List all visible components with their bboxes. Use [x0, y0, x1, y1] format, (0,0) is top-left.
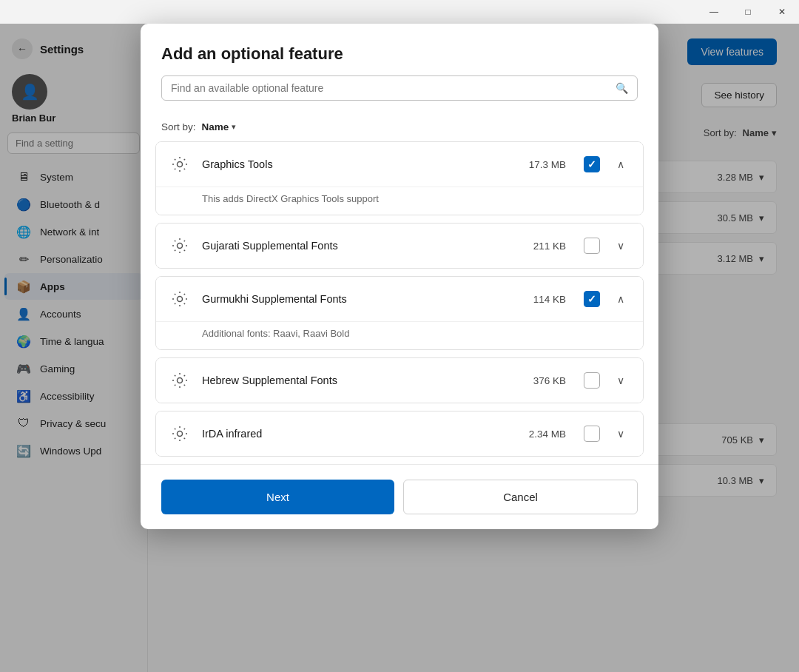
feature-description: This adds DirectX Graphics Tools support — [156, 187, 643, 215]
svg-point-3 — [178, 378, 183, 383]
modal-header: Add an optional feature 🔍 — [141, 24, 658, 112]
feature-name: Graphics Tools — [202, 158, 519, 170]
feature-name: IrDA infrared — [202, 428, 519, 440]
cancel-button[interactable]: Cancel — [403, 480, 638, 514]
add-optional-feature-modal: Add an optional feature 🔍 Sort by: Name … — [141, 24, 658, 529]
sort-label: Sort by: — [161, 121, 196, 132]
feature-row: Gujarati Supplemental Fonts 211 KB ∨ — [156, 224, 643, 268]
feature-expand-button[interactable]: ∨ — [610, 235, 631, 256]
feature-checkbox-gujarati-fonts[interactable] — [584, 238, 600, 254]
search-box: 🔍 — [161, 75, 638, 101]
close-button[interactable]: ✕ — [765, 0, 799, 24]
feature-item-irda: IrDA infrared 2.34 MB ∨ — [155, 411, 644, 457]
feature-icon — [168, 422, 192, 446]
feature-checkbox-graphics-tools[interactable] — [584, 156, 600, 172]
feature-list: Graphics Tools 17.3 MB ∧ This adds Direc… — [141, 141, 658, 464]
feature-icon — [168, 369, 192, 392]
feature-search-input[interactable] — [171, 82, 610, 94]
sort-chevron-icon[interactable]: ▾ — [232, 122, 236, 132]
feature-item-graphics-tools: Graphics Tools 17.3 MB ∧ This adds Direc… — [155, 141, 644, 215]
sort-row: Sort by: Name ▾ — [141, 112, 658, 141]
feature-size: 2.34 MB — [529, 429, 566, 440]
feature-expand-button[interactable]: ∧ — [610, 154, 631, 175]
feature-item-gujarati-fonts: Gujarati Supplemental Fonts 211 KB ∨ — [155, 223, 644, 269]
feature-row: Gurmukhi Supplemental Fonts 114 KB ∧ — [156, 277, 643, 321]
feature-row: Hebrew Supplemental Fonts 376 KB ∨ — [156, 358, 643, 403]
feature-expand-button[interactable]: ∨ — [610, 423, 631, 444]
feature-item-hebrew-fonts: Hebrew Supplemental Fonts 376 KB ∨ — [155, 357, 644, 403]
feature-size: 211 KB — [533, 241, 566, 252]
feature-size: 376 KB — [533, 375, 566, 386]
svg-point-1 — [178, 243, 183, 249]
next-button[interactable]: Next — [161, 480, 394, 514]
feature-size: 114 KB — [533, 294, 566, 305]
modal-footer: Next Cancel — [141, 464, 658, 529]
feature-icon — [168, 152, 192, 176]
modal-title: Add an optional feature — [161, 44, 638, 64]
sort-value: Name — [202, 121, 229, 132]
svg-point-2 — [178, 297, 183, 302]
svg-point-0 — [178, 162, 183, 167]
feature-row: IrDA infrared 2.34 MB ∨ — [156, 411, 643, 456]
feature-name: Hebrew Supplemental Fonts — [202, 374, 523, 386]
feature-name: Gurmukhi Supplemental Fonts — [202, 293, 523, 305]
feature-item-gurmukhi-fonts: Gurmukhi Supplemental Fonts 114 KB ∧ Add… — [155, 276, 644, 350]
svg-point-4 — [178, 431, 183, 437]
titlebar: — □ ✕ — [0, 0, 799, 24]
feature-checkbox-irda[interactable] — [584, 426, 600, 442]
feature-size: 17.3 MB — [529, 159, 566, 170]
feature-description: Additional fonts: Raavi, Raavi Bold — [156, 321, 643, 349]
feature-icon — [168, 234, 192, 258]
minimize-button[interactable]: — — [697, 0, 731, 24]
feature-name: Gujarati Supplemental Fonts — [202, 240, 523, 252]
feature-checkbox-hebrew-fonts[interactable] — [584, 372, 600, 389]
feature-expand-button[interactable]: ∨ — [610, 370, 631, 391]
feature-checkbox-gurmukhi-fonts[interactable] — [584, 291, 600, 307]
feature-expand-button[interactable]: ∧ — [610, 289, 631, 309]
search-icon: 🔍 — [616, 82, 628, 94]
feature-icon — [168, 287, 192, 311]
feature-row: Graphics Tools 17.3 MB ∧ — [156, 142, 643, 187]
maximize-button[interactable]: □ — [731, 0, 765, 24]
